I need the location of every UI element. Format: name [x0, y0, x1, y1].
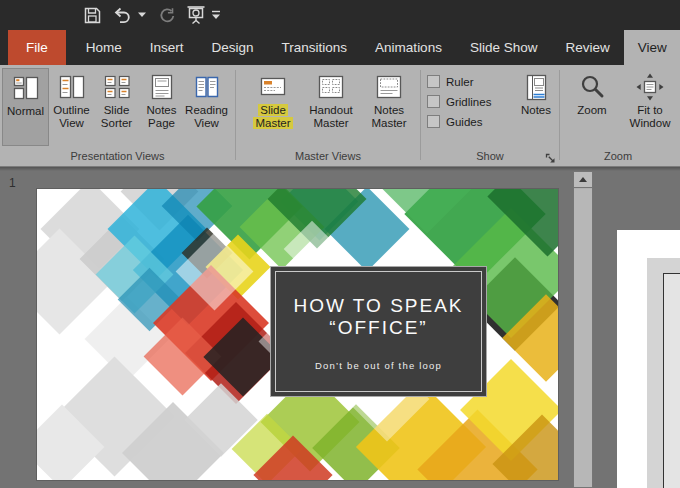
slide-master-icon — [258, 72, 288, 102]
outline-view-button[interactable]: Outline View — [49, 68, 94, 146]
button-label: Handout Master — [302, 104, 360, 130]
handout-master-icon — [316, 72, 346, 102]
page-placeholder-area — [647, 258, 680, 488]
customize-qat-icon — [211, 10, 221, 20]
notes-page-icon — [147, 72, 177, 102]
page-placeholder-box — [663, 273, 680, 488]
guides-checkbox[interactable]: Guides — [427, 115, 513, 128]
start-from-beginning-button[interactable] — [184, 3, 208, 27]
fit-to-window-icon — [635, 72, 665, 102]
reading-view-icon — [192, 72, 222, 102]
group-zoom: Zoom Fit to Window Zoom — [560, 65, 680, 166]
tab-insert[interactable]: Insert — [136, 30, 198, 65]
gridlines-checkbox[interactable]: Gridlines — [427, 95, 513, 108]
slide-sorter-button[interactable]: Slide Sorter — [94, 68, 139, 146]
start-from-beginning-icon — [186, 5, 206, 25]
undo-button[interactable] — [110, 3, 134, 27]
checkbox-icon — [427, 115, 440, 128]
adjacent-page-fragment — [617, 230, 680, 488]
vertical-scrollbar[interactable] — [573, 171, 593, 488]
undo-icon — [113, 7, 132, 24]
redo-icon — [158, 7, 175, 24]
normal-view-icon — [11, 73, 41, 103]
customize-qat-button[interactable] — [210, 3, 222, 27]
button-label: Reading View — [184, 104, 229, 130]
normal-view-button[interactable]: Normal — [2, 68, 49, 146]
chevron-down-icon — [138, 12, 146, 18]
group-show: Ruler Gridlines Guides Notes Show — [421, 65, 559, 166]
zoom-button[interactable]: Zoom — [570, 68, 614, 146]
tab-home[interactable]: Home — [72, 30, 136, 65]
title-placeholder-content: HOW TO SPEAK “OFFICE” Don’t be out of th… — [271, 267, 486, 396]
ribbon-view-tab-content: Normal Outline View Slide Sorter Notes P… — [0, 65, 680, 167]
reading-view-button[interactable]: Reading View — [184, 68, 229, 146]
slide-workspace: 1 HOW TO SPEAK “OFFICE” Don’t be out of … — [0, 167, 680, 488]
save-button[interactable] — [80, 3, 104, 27]
checkbox-label: Guides — [446, 116, 482, 128]
group-master-views: Slide Master Handout Master Notes Master… — [236, 65, 420, 166]
checkbox-label: Ruler — [446, 76, 473, 88]
button-label: Fit to Window — [622, 104, 678, 130]
tab-design[interactable]: Design — [198, 30, 268, 65]
slide-canvas[interactable]: HOW TO SPEAK “OFFICE” Don’t be out of th… — [37, 189, 558, 480]
tab-review[interactable]: Review — [551, 30, 623, 65]
redo-button-disabled[interactable] — [154, 3, 178, 27]
show-dialog-launcher[interactable] — [544, 152, 556, 164]
slide-subtitle: Don’t be out of the loop — [315, 360, 442, 371]
ruler-checkbox[interactable]: Ruler — [427, 75, 513, 88]
button-label: Zoom — [577, 104, 606, 117]
button-label: Normal — [7, 105, 44, 118]
group-label-master-views: Master Views — [236, 149, 420, 166]
tab-slide-show[interactable]: Slide Show — [456, 30, 552, 65]
notes-button[interactable]: Notes — [513, 68, 559, 146]
title-placeholder[interactable]: HOW TO SPEAK “OFFICE” Don’t be out of th… — [270, 266, 487, 397]
button-label: Notes Master — [360, 104, 418, 130]
button-label: Notes Page — [139, 104, 184, 130]
triangle-up-icon — [579, 177, 587, 182]
tab-animations[interactable]: Animations — [361, 30, 456, 65]
notes-page-button[interactable]: Notes Page — [139, 68, 184, 146]
ribbon-tab-bar: File Home Insert Design Transitions Anim… — [0, 30, 680, 65]
notes-icon — [521, 72, 551, 102]
notes-master-icon — [374, 72, 404, 102]
button-label: Slide Master — [244, 104, 302, 130]
scrollbar-thumb[interactable] — [574, 189, 592, 487]
scroll-up-button[interactable] — [574, 172, 592, 188]
group-label-zoom: Zoom — [560, 149, 676, 166]
save-icon — [83, 6, 102, 25]
notes-master-button[interactable]: Notes Master — [360, 68, 418, 146]
handout-master-button[interactable]: Handout Master — [302, 68, 360, 146]
slide-sorter-icon — [102, 72, 132, 102]
tab-file[interactable]: File — [8, 30, 66, 65]
tab-transitions[interactable]: Transitions — [268, 30, 362, 65]
checkbox-label: Gridlines — [446, 96, 491, 108]
undo-dropdown-button[interactable] — [136, 3, 148, 27]
button-label: Outline View — [49, 104, 94, 130]
group-label-show: Show — [421, 149, 559, 166]
slide-title: HOW TO SPEAK “OFFICE” — [293, 295, 463, 339]
button-label: Notes — [521, 104, 551, 117]
title-bar — [0, 0, 680, 30]
highlighted-label: Slide Master — [253, 104, 292, 129]
slide-master-button[interactable]: Slide Master — [244, 68, 302, 146]
button-label: Slide Sorter — [94, 104, 139, 130]
group-label-presentation-views: Presentation Views — [0, 149, 235, 166]
fit-to-window-button[interactable]: Fit to Window — [622, 68, 678, 146]
tab-view[interactable]: View — [624, 30, 680, 65]
outline-view-icon — [57, 72, 87, 102]
group-presentation-views: Normal Outline View Slide Sorter Notes P… — [0, 65, 235, 166]
checkbox-icon — [427, 75, 440, 88]
slide-number: 1 — [9, 176, 16, 190]
checkbox-icon — [427, 95, 440, 108]
zoom-icon — [577, 72, 607, 102]
